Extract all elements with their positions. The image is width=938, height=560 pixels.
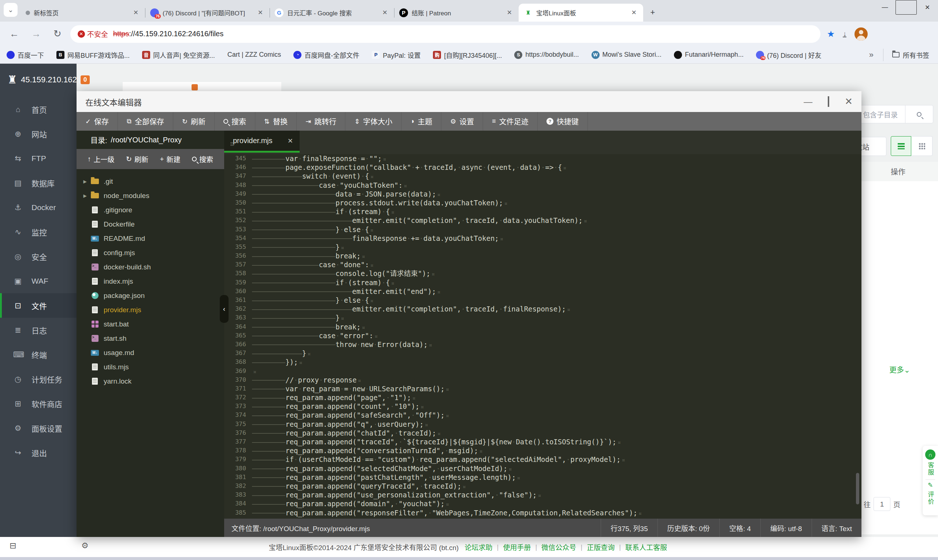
- expand-arrow-icon[interactable]: ▶: [79, 179, 91, 184]
- editor-minimize-button[interactable]: —: [804, 97, 812, 107]
- tree-up-level[interactable]: ↑上一级: [88, 154, 115, 164]
- collapse-sidebar-icon[interactable]: ⊟: [9, 541, 16, 551]
- sidebar-item-安全[interactable]: ◎安全: [0, 244, 77, 269]
- code-line[interactable]: 364break;¤: [224, 323, 861, 331]
- editor-close-button[interactable]: ✕: [845, 96, 853, 107]
- code-line[interactable]: 385req_param.append("responseFilter",·"W…: [224, 508, 861, 517]
- sidebar-item-FTP[interactable]: ⇆FTP: [0, 146, 77, 171]
- editor-toolbar-goto-line[interactable]: ⇥跳转行: [297, 112, 346, 131]
- code-line[interactable]: 363}¤: [224, 313, 861, 322]
- forward-button[interactable]: →: [31, 28, 41, 40]
- file-item-start.sh[interactable]: >_start.sh: [77, 331, 224, 346]
- code-line[interactable]: 367}¤: [224, 349, 861, 358]
- tree-tree-refresh[interactable]: ↻刷新: [126, 154, 148, 164]
- window-minimize-button[interactable]: —: [874, 0, 895, 15]
- code-line[interactable]: 379if·(userChatModeId·==·"custom")·req_p…: [224, 455, 861, 464]
- reload-button[interactable]: ↻: [54, 28, 62, 40]
- browser-tab-1[interactable]: 新标签页✕: [20, 4, 145, 22]
- bookmark-3[interactable]: 音同人音声| 免空资源...: [142, 50, 215, 60]
- bookmark-1[interactable]: 百度一下: [6, 50, 44, 60]
- browser-tab-4[interactable]: P结账 | Patreon✕: [394, 4, 518, 22]
- code-line[interactable]: 374req_param.append("safeSearch",·"Off")…: [224, 411, 861, 420]
- code-line[interactable]: 356break;¤: [224, 251, 861, 260]
- code-line[interactable]: 361}·else·{¤: [224, 296, 861, 305]
- back-button[interactable]: ←: [9, 28, 19, 40]
- editor-toolbar-search[interactable]: 搜索: [214, 112, 255, 131]
- code-line[interactable]: 354finalResponse·+=·data.youChatToken;¤: [224, 234, 861, 243]
- sidebar-item-文件[interactable]: ⊡文件: [0, 293, 77, 318]
- sidebar-item-WAF[interactable]: ▣WAF: [0, 269, 77, 293]
- review-label[interactable]: 评价: [926, 491, 935, 505]
- tab-close-icon[interactable]: ✕: [286, 136, 295, 146]
- code-line[interactable]: 373req_param.append("count",·"10");¤: [224, 402, 861, 411]
- tree-tree-search[interactable]: 搜索: [192, 154, 213, 164]
- code-line[interactable]: 357case·"done":¤: [224, 260, 861, 269]
- file-item-README.md[interactable]: M↓README.md: [77, 231, 224, 246]
- sidebar-item-日志[interactable]: ≣日志: [0, 318, 77, 342]
- sidebar-item-退出[interactable]: ↪退出: [0, 440, 77, 465]
- security-badge[interactable]: ✕ 不安全: [78, 29, 108, 39]
- code-line[interactable]: 353}·else·{¤: [224, 225, 861, 234]
- customer-service-icon[interactable]: ∩: [925, 449, 935, 460]
- sidebar-item-数据库[interactable]: ▤数据库: [0, 171, 77, 195]
- editor-toolbar-refresh[interactable]: ↻刷新: [173, 112, 214, 131]
- code-line[interactable]: 384req_param.append("domain",·"youchat")…: [224, 499, 861, 508]
- bookmark-11[interactable]: 76(76) Discord | 好友: [756, 50, 822, 60]
- message-count-badge[interactable]: 0: [80, 75, 90, 84]
- search-button[interactable]: [905, 105, 933, 123]
- downloads-icon[interactable]: ↓: [843, 31, 847, 37]
- sidebar-item-网站[interactable]: ⊕网站: [0, 122, 77, 146]
- all-bookmarks-button[interactable]: 所有书签: [883, 49, 938, 61]
- editor-toolbar-hotkeys[interactable]: ?快捷键: [538, 112, 588, 131]
- code-line[interactable]: 366throw·new·Error(data);¤: [224, 340, 861, 349]
- tab-close-icon[interactable]: ✕: [505, 8, 514, 17]
- tab-close-icon[interactable]: ✕: [131, 8, 140, 17]
- url-bar[interactable]: ✕ 不安全 https://45.159.210.162:24616/files: [70, 25, 821, 43]
- bookmark-10[interactable]: Futanari/Hermaph...: [674, 51, 744, 59]
- code-line[interactable]: 375req_param.append("q",·userQuery);¤: [224, 420, 861, 429]
- browser-tab-2[interactable]: 76(76) Discord | "[有问题问BOT]✕: [145, 4, 270, 22]
- footer-gear-icon[interactable]: ⚙: [81, 541, 89, 551]
- file-item-package.json[interactable]: package.json: [77, 288, 224, 303]
- footer-link-2[interactable]: 使用手册: [503, 542, 531, 552]
- editor-toolbar-replace[interactable]: ⇅替换: [255, 112, 297, 131]
- browser-tab-3[interactable]: G日元汇率 - Google 搜索✕: [270, 4, 394, 22]
- code-line[interactable]: 381req_param.append("pastChatLength",·us…: [224, 473, 861, 482]
- editor-toolbar-save-all[interactable]: ⧉全部保存: [118, 112, 173, 131]
- code-line[interactable]: 350process.stdout.write(data.youChatToke…: [224, 198, 861, 207]
- code-line[interactable]: 355}¤: [224, 243, 861, 251]
- bookmark-5[interactable]: ◔百度网盘-全部文件: [293, 50, 359, 60]
- page-number-input[interactable]: 1: [873, 497, 890, 511]
- editor-fullscreen-button[interactable]: [828, 97, 829, 106]
- file-item-Dockerfile[interactable]: Dockerfile: [77, 217, 224, 231]
- code-line[interactable]: 368});¤: [224, 358, 861, 366]
- bookmark-6[interactable]: PPayPal: 设置: [372, 50, 420, 60]
- sidebar-item-首页[interactable]: ⌂首页: [0, 97, 77, 122]
- code-line[interactable]: 346page.exposeFunction("callback"·+·trac…: [224, 163, 861, 172]
- sidebar-item-监控[interactable]: ∿监控: [0, 220, 77, 244]
- bookmark-4[interactable]: Cart | ZZZ Comics: [227, 51, 281, 58]
- code-line[interactable]: 351if·(stream)·{¤: [224, 207, 861, 216]
- code-line[interactable]: 349data·=·JSON.parse(data);¤: [224, 189, 861, 198]
- code-line[interactable]: 359if·(stream)·{¤: [224, 278, 861, 287]
- code-line[interactable]: 371var·req_param·=·new·URLSearchParams()…: [224, 384, 861, 393]
- code-line[interactable]: 370//·proxy·response¤: [224, 375, 861, 384]
- code-editor[interactable]: 345var·finalResponse·=·"";¤346page.expos…: [224, 154, 861, 518]
- profile-avatar[interactable]: [855, 28, 868, 41]
- sidebar-item-软件商店[interactable]: ⊞软件商店: [0, 391, 77, 416]
- sidebar-item-计划任务[interactable]: ◷计划任务: [0, 367, 77, 391]
- sidebar-item-终端[interactable]: ⌨终端: [0, 342, 77, 367]
- grid-view-toggle[interactable]: [911, 136, 932, 156]
- bookmark-7[interactable]: 购[自购][RJ345406][...: [433, 50, 502, 60]
- browser-tab-5[interactable]: ♜宝塔Linux面板✕: [518, 4, 643, 22]
- file-item-docker-build.sh[interactable]: >_docker-build.sh: [77, 260, 224, 274]
- tab-close-icon[interactable]: ✕: [380, 8, 390, 17]
- more-dropdown[interactable]: 更多⌄: [889, 364, 910, 375]
- code-line[interactable]: 347switch·(event)·{¤: [224, 172, 861, 180]
- code-line[interactable]: 345var·finalResponse·=·"";¤: [224, 154, 861, 163]
- editor-toolbar-theme[interactable]: ◑主题: [401, 112, 441, 131]
- bookmark-2[interactable]: B网易BUFF游戏饰品...: [56, 50, 130, 60]
- file-item-.git[interactable]: ▶.git: [77, 174, 224, 189]
- code-line[interactable]: 362emitter.emit("completion",·traceId,·f…: [224, 305, 861, 313]
- window-close-button[interactable]: ✕: [917, 0, 938, 15]
